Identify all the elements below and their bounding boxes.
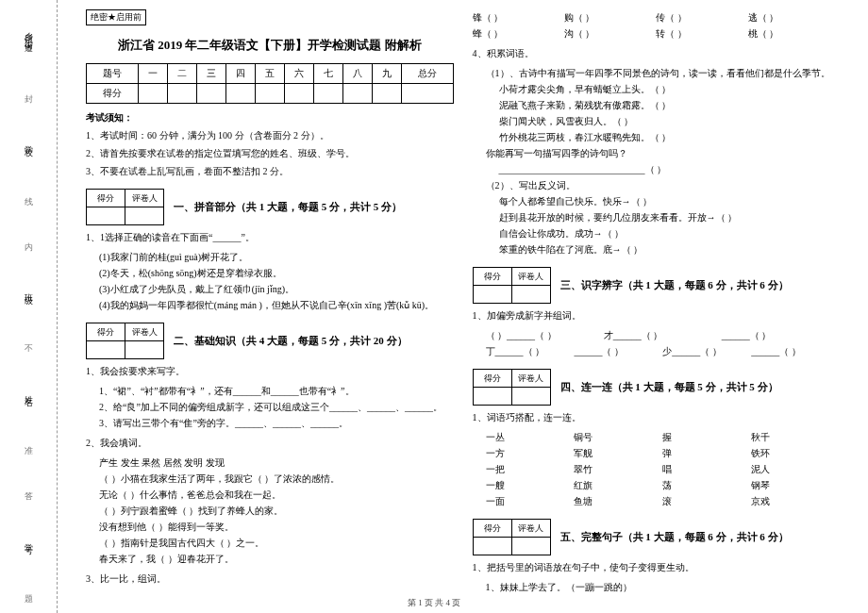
question-item: 你能再写一句描写四季的诗句吗？ — [473, 145, 841, 161]
match-row: 一方军舰弹铁环 — [486, 445, 841, 461]
section-1-header: 得分评卷人 一、拼音部分（共 1 大题，每题 5 分，共计 5 分） — [86, 189, 454, 225]
exam-title: 浙江省 2019 年二年级语文【下册】开学检测试题 附解析 — [86, 37, 454, 54]
question-item: （1）、古诗中有描写一年四季不同景色的诗句，读一读，看看他们都是什么季节。 — [473, 65, 841, 81]
question-item: (3)小红成了少先队员，戴上了红领巾(jīn jǐng)。 — [86, 281, 454, 297]
section-4-title: 四、连一连（共 1 大题，每题 5 分，共计 5 分） — [560, 380, 778, 394]
mini-score-table: 得分评卷人 — [86, 323, 164, 359]
mini-score-table: 得分评卷人 — [473, 519, 551, 555]
poem-item: 小荷才露尖尖角，早有蜻蜓立上头。（ ） — [473, 81, 841, 97]
question-item: （2）、写出反义词。 — [473, 177, 841, 193]
notice-item: 3、不要在试卷上乱写乱画，卷面不整洁扣 2 分。 — [86, 164, 454, 179]
section-3-question: 1、加偏旁成新字并组词。 — [473, 307, 841, 323]
section-4-question: 1、词语巧搭配，连一连。 — [473, 409, 841, 425]
match-row: 一丛铜号握秋千 — [486, 429, 841, 445]
page-footer: 第 1 页 共 4 页 — [0, 597, 868, 609]
exam-notices: 1、考试时间：60 分钟，满分为 100 分（含卷面分 2 分）。 2、请首先按… — [86, 128, 454, 179]
antonym-item: 赶到县花开放的时候，要约几位朋友来看看。开放→（ ） — [473, 209, 841, 225]
section-5-header: 得分评卷人 五、完整句子（共 1 大题，每题 6 分，共计 6 分） — [473, 519, 841, 555]
compare-row: 锋（ ） 购（ ） 传（ ） 逃（ ） — [473, 9, 841, 25]
mini-score-table: 得分评卷人 — [473, 369, 551, 406]
section-2-header: 得分评卷人 二、基础知识（共 4 大题，每题 5 分，共计 20 分） — [86, 323, 454, 359]
margin-dot: 线 — [23, 191, 35, 196]
margin-label-name: 姓名 — [23, 389, 35, 394]
question-item: （ ）列宁跟着蜜蜂（ ）找到了养蜂人的家。 — [86, 503, 454, 519]
margin-dot: 题 — [23, 588, 35, 593]
margin-label-class: 班级 — [23, 287, 35, 292]
notice-item: 2、请首先按要求在试卷的指定位置填写您的姓名、班级、学号。 — [86, 146, 454, 161]
section-2-q2: 2、我会填词。 — [86, 435, 454, 451]
question-item: 2、给“良”加上不同的偏旁组成新字，还可以组成这三个______、______、… — [86, 399, 454, 415]
poem-item: 竹外桃花三两枝，春江水暖鸭先知。（ ） — [473, 129, 841, 145]
mini-score-table: 得分评卷人 — [86, 189, 164, 225]
radical-row: 丁______（ ） ______（ ） 少______（ ） ______（ … — [473, 343, 841, 359]
antonym-item: 笨重的铁牛陷在了河底。底→（ ） — [473, 241, 841, 257]
left-column: 绝密★启用前 浙江省 2019 年二年级语文【下册】开学检测试题 附解析 题号 … — [76, 9, 463, 613]
compare-row: 蜂（ ） 沟（ ） 转（ ） 桃（ ） — [473, 25, 841, 41]
margin-dot: 不 — [23, 338, 35, 343]
margin-label-id: 学号 — [23, 537, 35, 542]
match-row: 一艘红旗荡钢琴 — [486, 477, 841, 493]
binding-margin: 乡镇（街道） 封 学校 线 内 班级 不 姓名 准 答 学号 题 — [0, 0, 58, 613]
section-4-header: 得分评卷人 四、连一连（共 1 大题，每题 5 分，共计 5 分） — [473, 369, 841, 406]
question-item: （ ）指南针是我国古代四大（ ）之一。 — [86, 535, 454, 551]
section-5-title: 五、完整句子（共 1 大题，每题 6 分，共计 6 分） — [560, 530, 789, 544]
margin-dot: 准 — [23, 439, 35, 445]
antonym-item: 每个人都希望自己快乐。快乐→（ ） — [473, 193, 841, 209]
poem-item: 泥融飞燕子来勤，菊残犹有傲霜露。（ ） — [473, 97, 841, 113]
notice-item: 1、考试时间：60 分钟，满分为 100 分（含卷面分 2 分）。 — [86, 128, 454, 143]
section-2-q3: 3、比一比，组词。 — [86, 571, 454, 587]
right-column: 锋（ ） 购（ ） 传（ ） 逃（ ） 蜂（ ） 沟（ ） 转（ ） 桃（ ） … — [463, 9, 850, 613]
blank-line: _______________________________（ ） — [473, 161, 841, 177]
question-item: 1、妹妹上学去了。（一蹦一跳的） — [473, 579, 841, 595]
section-2-q4: 4、积累词语。 — [473, 45, 841, 61]
question-item: 没有想到他（ ）能得到一等奖。 — [86, 519, 454, 535]
question-item: 1、“裙”、“衬”都带有“衤”，还有______和______也带有“衤”。 — [86, 383, 454, 399]
question-item: (4)我的妈妈一年四季都很忙(máng mán )，但她从不说自己辛(xīn x… — [86, 297, 454, 313]
question-item: 3、请写出三带个有“隹”旁的字。______、______、______。 — [86, 415, 454, 431]
question-item: (1)我家门前的桂(guì guà)树开花了。 — [86, 249, 454, 265]
section-3-header: 得分评卷人 三、识字辨字（共 1 大题，每题 6 分，共计 6 分） — [473, 267, 841, 304]
score-table: 题号 一 二 三 四 五 六 七 八 九 总分 得分 — [86, 63, 454, 104]
section-1-question: 1、1选择正确的读音在下面画“______”。 — [86, 229, 454, 245]
question-item: （ ）小猫在我家生活了两年，我跟它（ ）了浓浓的感情。 — [86, 471, 454, 487]
section-5-question: 1、把括号里的词语放在句子中，使句子变得更生动。 — [473, 559, 841, 575]
mini-score-table: 得分评卷人 — [473, 267, 551, 304]
margin-label-township: 乡镇（街道） — [23, 25, 35, 42]
word-bank: 产生 发生 果然 居然 发明 发现 — [86, 455, 454, 471]
match-row: 一把翠竹唱泥人 — [486, 461, 841, 477]
secret-label: 绝密★启用前 — [86, 9, 146, 25]
radical-row: （ ）______（ ） 才______（ ） ______（ ） — [473, 327, 841, 343]
antonym-item: 自信会让你成功。成功→（ ） — [473, 225, 841, 241]
section-2-q1: 1、我会按要求来写字。 — [86, 363, 454, 379]
margin-label-school: 学校 — [23, 139, 35, 144]
content-area: 绝密★启用前 浙江省 2019 年二年级语文【下册】开学检测试题 附解析 题号 … — [58, 0, 868, 613]
margin-dot: 答 — [23, 485, 35, 490]
notice-heading: 考试须知： — [86, 111, 454, 124]
table-row: 得分 — [87, 84, 454, 104]
question-item: 春天来了，我（ ）迎春花开了。 — [86, 551, 454, 567]
question-item: 无论（ ）什么事情，爸爸总会和我在一起。 — [86, 487, 454, 503]
question-item: (2)冬天，松(shōng sōng)树还是穿着绿衣服。 — [86, 265, 454, 281]
poem-item: 柴门闻犬吠，风雪夜归人。（ ） — [473, 113, 841, 129]
section-2-title: 二、基础知识（共 4 大题，每题 5 分，共计 20 分） — [174, 334, 408, 348]
section-3-title: 三、识字辨字（共 1 大题，每题 6 分，共计 6 分） — [560, 278, 789, 292]
margin-dot: 内 — [23, 236, 35, 241]
match-row: 一面鱼塘滚京戏 — [486, 493, 841, 509]
margin-dot: 封 — [23, 88, 35, 93]
section-1-title: 一、拼音部分（共 1 大题，每题 5 分，共计 5 分） — [174, 200, 402, 214]
table-row: 题号 一 二 三 四 五 六 七 八 九 总分 — [87, 64, 454, 84]
